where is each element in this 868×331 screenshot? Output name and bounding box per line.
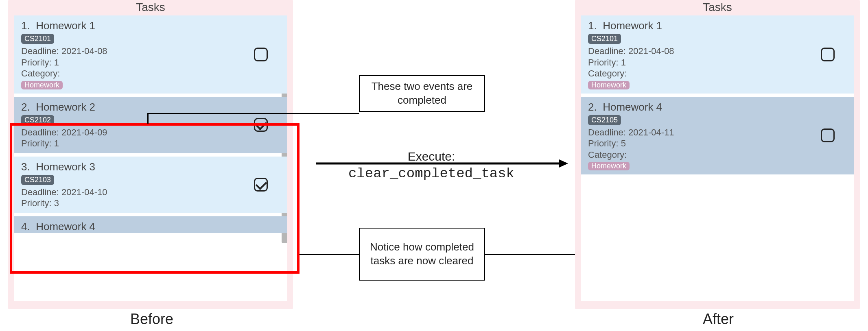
task-category-label: Category: (588, 149, 847, 161)
panel-header-after: Tasks (575, 0, 860, 15)
task-index: 2. (21, 101, 30, 113)
task-index: 3. (21, 161, 30, 173)
task-name: Homework 2 (36, 101, 95, 113)
task-item[interactable]: 2. Homework 4 CS2105 Deadline: 2021-04-1… (581, 97, 854, 175)
task-title: 1. Homework 1 (588, 20, 847, 32)
task-list-after[interactable]: 1. Homework 1 CS2101 Deadline: 2021-04-0… (581, 15, 854, 301)
checkbox-unchecked-icon[interactable] (254, 48, 268, 61)
task-index: 4. (21, 220, 30, 233)
task-title: 2. Homework 2 (21, 101, 280, 113)
task-deadline: Deadline: 2021-04-09 (21, 127, 280, 138)
panel-after: Tasks 1. Homework 1 CS2101 Deadline: 202… (575, 0, 860, 309)
task-name: Homework 4 (36, 220, 95, 233)
task-title: 1. Homework 1 (21, 20, 280, 32)
task-item[interactable]: 3. Homework 3 CS2103 Deadline: 2021-04-1… (14, 157, 287, 213)
task-title: 3. Homework 3 (21, 161, 280, 173)
module-pill: CS2103 (21, 175, 54, 185)
category-pill: Homework (21, 81, 63, 89)
task-priority: Priority: 1 (21, 57, 280, 68)
task-category-label: Category: (21, 68, 280, 79)
task-deadline: Deadline: 2021-04-08 (588, 46, 847, 57)
connector-line (485, 254, 575, 255)
task-name: Homework 3 (36, 161, 95, 173)
annotation-completed: These two events are completed (359, 75, 485, 112)
panel-before: Tasks 1. Homework 1 CS2101 Deadline: 202… (8, 0, 293, 309)
module-pill: CS2102 (21, 115, 54, 125)
annotation-cleared: Notice how completed tasks are now clear… (359, 228, 485, 281)
checkbox-unchecked-icon[interactable] (821, 48, 835, 61)
checkbox-checked-icon[interactable] (254, 178, 268, 192)
task-item[interactable]: 1. Homework 1 CS2101 Deadline: 2021-04-0… (14, 15, 287, 94)
svg-marker-1 (559, 159, 568, 168)
task-priority: Priority: 1 (21, 138, 280, 149)
task-item[interactable]: 1. Homework 1 CS2101 Deadline: 2021-04-0… (581, 15, 854, 94)
checkbox-checked-icon[interactable] (254, 118, 268, 132)
task-index: 1. (21, 20, 30, 32)
task-index: 1. (588, 20, 597, 32)
task-item[interactable]: 4. Homework 4 (14, 216, 287, 233)
task-priority: Priority: 3 (21, 198, 280, 209)
connector-line (147, 113, 359, 114)
module-pill: CS2101 (588, 34, 621, 44)
connector-line (300, 254, 359, 255)
task-deadline: Deadline: 2021-04-08 (21, 46, 280, 57)
arrow-icon (316, 159, 568, 168)
task-name: Homework 1 (36, 20, 95, 32)
task-deadline: Deadline: 2021-04-11 (588, 127, 847, 138)
before-label: Before (130, 311, 173, 328)
category-pill: Homework (588, 81, 630, 89)
connector-line (147, 113, 149, 123)
module-pill: CS2101 (21, 34, 54, 44)
category-pill: Homework (588, 162, 630, 170)
panel-header-before: Tasks (8, 0, 293, 15)
task-name: Homework 4 (603, 101, 662, 113)
after-label: After (703, 311, 734, 328)
task-item[interactable]: 2. Homework 2 CS2102 Deadline: 2021-04-0… (14, 97, 287, 153)
task-list-before[interactable]: 1. Homework 1 CS2101 Deadline: 2021-04-0… (14, 15, 287, 301)
module-pill: CS2105 (588, 115, 621, 125)
task-priority: Priority: 1 (588, 57, 847, 68)
task-name: Homework 1 (603, 20, 662, 32)
checkbox-unchecked-icon[interactable] (821, 128, 835, 142)
task-title: 2. Homework 4 (588, 101, 847, 113)
task-deadline: Deadline: 2021-04-10 (21, 187, 280, 198)
task-category-label: Category: (588, 68, 847, 79)
task-index: 2. (588, 101, 597, 113)
task-priority: Priority: 5 (588, 138, 847, 149)
task-title: 4. Homework 4 (21, 220, 280, 233)
